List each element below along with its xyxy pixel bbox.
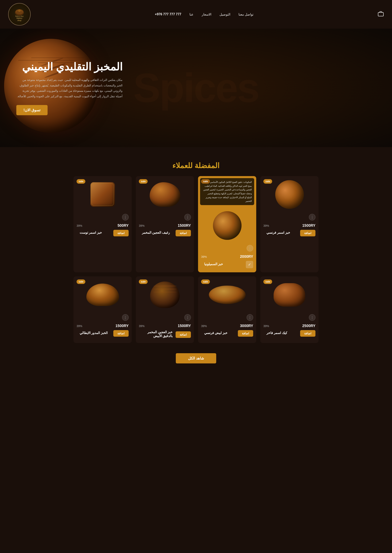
see-all-wrap: شاهد الكل [8,347,384,374]
product-card-2: sale المكونات: دقيق القمح الكامل المكون … [198,176,256,272]
options-button-7[interactable]: ⋮ [184,314,191,321]
nav-delivery[interactable]: التوصيل [219,13,230,16]
products-section: المفضلة للعملاء sale ⋮ 1500RY 39% اضافة … [0,147,392,382]
hero-description: مكان يعكس التراث الثقافي والهوية المحلية… [16,77,123,99]
site-logo[interactable]: Bakery shop Bakery shop [8,3,31,26]
product-action-row-3: اضافة رغيف العجين المخمر [136,229,194,237]
product-card-1: sale ⋮ 1500RY 39% اضافة خبز اسمر فرنسي [260,176,319,272]
product-price-6: 3000RY [240,324,253,328]
sale-badge-6: sale [201,279,210,284]
bread-dark-icon [150,282,180,308]
product-action-row-6: اضافة خبز ابيض فرنسي [198,329,256,338]
product-action-row-2: ✓ خبز السميلونيا [198,260,256,269]
product-card-6: sale ⋮ 3000RY 39% اضافة خبز ابيض فرنسي [198,276,256,343]
product-name-6: خبز ابيض فرنسي [201,331,231,336]
cart-icon-wrap[interactable] [378,11,384,18]
product-action-row-1: اضافة خبز اسمر فرنسي [260,229,319,237]
product-price-8: 1500RY [116,324,129,328]
svg-point-3 [18,9,21,12]
add-button-5[interactable]: اضافة [300,330,315,337]
product-name-2: خبز السميلونيا [201,262,226,267]
see-all-button[interactable]: شاهد الكل [176,353,216,363]
product-price-2: 2000RY [240,255,253,259]
nav-prices[interactable]: الاسعار [202,13,211,16]
product-info-row-8: 1500RY 39% [73,322,132,329]
add-button-8[interactable]: اضافة [113,330,129,337]
add-button-3[interactable]: اضافة [175,230,191,236]
options-button-1[interactable]: ⋮ [309,214,315,220]
product-name-5: كيك اسمر فاخر [263,331,290,336]
product-action-row-8: اضافة الخبز المدور الايطالي [73,329,132,338]
phone-number: +976 777 777 777 [155,13,181,16]
product-discount-1: 39% [263,224,269,227]
bread-featured-icon [213,211,242,240]
product-name-7: خبز العجين المخمر بالدقيق الأبيض [139,330,175,339]
sale-badge-8: sale [77,279,85,284]
hero-bg-text: Spices [133,64,259,111]
product-price-5: 2500RY [302,324,315,328]
product-price-4: 500RY [118,223,129,228]
product-info-row-1: 1500RY 39% [260,221,319,229]
product-info-row-3: 1500RY 39% [136,221,194,229]
sale-badge-5: sale [263,279,272,284]
logo-text: Bakery shop [17,17,22,22]
hero-cta-button[interactable]: تسوق الان! [16,105,48,115]
product-info-row-2: 2000RY 39% [198,253,256,260]
product-name-3: رغيف العجين المخمر [139,231,173,235]
products-grid-row1: sale ⋮ 1500RY 39% اضافة خبز اسمر فرنسي s… [73,176,319,272]
options-button-6[interactable]: ⋮ [247,314,253,321]
bread-sourdough-icon [150,182,180,207]
product-info-row-4: 500RY 39% [73,221,132,229]
add-button-1[interactable]: اضافة [300,230,315,236]
options-button-3[interactable]: ⋮ [184,214,191,220]
sale-badge-7: sale [139,279,148,284]
product-info-row-5: 2500RY 39% [260,322,319,329]
sale-badge-2: sale [201,179,210,184]
products-grid-row2: sale ⋮ 2500RY 39% اضافة كيك اسمر فاخر sa… [73,276,319,343]
product-card-7: sale ⋮ 1500RY 39% اضافة خبز العجين المخم… [136,276,194,343]
options-button-8[interactable]: ⋮ [122,314,129,321]
product-discount-8: 39% [77,324,82,328]
product-image-2 [198,207,256,244]
options-button-4[interactable]: ⋮ [122,214,129,220]
nav-contact[interactable]: تواصل معنا [238,13,253,16]
product-price-7: 1500RY [178,324,191,328]
product-name-4: خبز اسمر توست [77,231,105,235]
cart-icon[interactable] [378,11,384,17]
bread-round-icon [275,180,304,209]
product-price-3: 1500RY [178,223,191,228]
add-button-6[interactable]: اضافة [238,330,253,337]
product-card-5: sale ⋮ 2500RY 39% اضافة كيك اسمر فاخر [260,276,319,343]
product-discount-5: 39% [263,324,269,328]
product-action-row-4: اضافة خبز اسمر توست [73,229,132,237]
product-name-1: خبز اسمر فرنسي [263,231,293,235]
product-action-row-7: اضافة خبز العجين المخمر بالدقيق الأبيض [136,329,194,340]
options-button-2[interactable]: ⋮ [247,245,253,251]
hero-content: المخبز التقليدي اليميني مكان يعكس التراث… [16,60,123,115]
sale-badge-4: sale [77,179,85,184]
product-card-3: sale ⋮ 1500RY 39% اضافة رغيف العجين المخ… [136,176,194,272]
add-button-4[interactable]: اضافة [113,230,129,236]
product-info-row-7: 1500RY 39% [136,322,194,329]
bread-baguette-icon [209,286,246,304]
check-button-2[interactable]: ✓ [246,261,253,268]
product-discount-6: 39% [201,324,207,328]
header: تواصل معنا التوصيل الاسعار عنا +976 777 … [0,0,392,28]
product-card-8: sale ⋮ 1500RY 39% اضافة الخبز المدور الا… [73,276,132,343]
product-discount-3: 39% [139,224,145,227]
sale-badge-3: sale [139,179,148,184]
options-button-5[interactable]: ⋮ [309,314,315,321]
svg-text:Bakery shop: Bakery shop [15,15,23,17]
hero-title: المخبز التقليدي اليميني [16,60,123,73]
svg-rect-0 [378,13,383,16]
nav-about[interactable]: عنا [189,13,194,16]
bread-cake-icon [273,283,305,307]
hero-section: Spices المخبز التقليدي اليميني مكان يعكس… [0,28,392,147]
bread-toast-icon [91,182,115,207]
product-name-8: الخبز المدور الايطالي [77,331,111,336]
add-button-7[interactable]: اضافة [175,331,191,338]
bread-loaf-icon [86,284,119,306]
product-discount-4: 39% [77,224,82,227]
product-info-row-6: 3000RY 39% [198,322,256,329]
product-price-1: 1500RY [302,223,315,228]
